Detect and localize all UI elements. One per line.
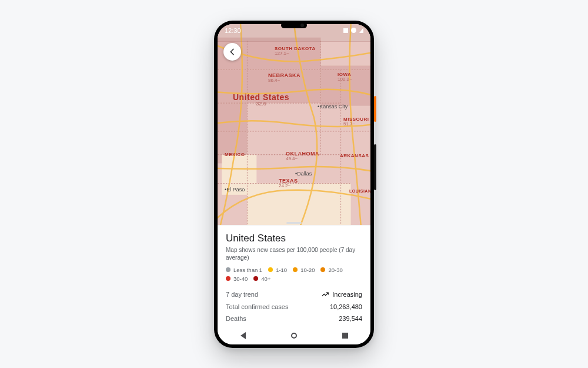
legend-label: Less than 1 [233,267,262,273]
stats-list: 7 day trendIncreasingTotal confirmed cas… [226,288,362,324]
map-city-label: •Dallas [295,171,312,177]
legend-item: 40+ [253,276,270,282]
map-state-label: NEBRASKA86.4~ [268,73,300,83]
legend-label: 1-10 [276,267,287,273]
map-state-label: ARKANSAS [340,154,369,158]
legend-item: 1-10 [268,267,287,273]
map-state-label: OKLAHOMA49.4~ [286,151,319,161]
legend-item: 10-20 [293,267,315,273]
map-state-label: IOWA102.2~ [338,72,352,82]
trending-up-icon [321,290,329,299]
screen: 12:30 [218,24,370,344]
legend-dot [226,276,230,281]
nav-back-button[interactable] [240,332,246,339]
legend-dot [253,276,258,281]
legend-label: 40+ [261,276,270,282]
legend-item: Less than 1 [226,267,262,273]
legend-dot [268,267,273,272]
back-button[interactable] [223,43,241,61]
signal-icon [359,28,363,33]
legend-label: 20-30 [328,267,342,273]
sheet-drag-handle[interactable] [286,222,302,224]
legend-item: 30-40 [226,276,248,282]
stat-key: Total confirmed cases [226,303,288,310]
phone-frame: 12:30 [214,21,374,348]
map-city-label: •Kansas City [318,104,348,110]
stat-row: 7 day trendIncreasing [226,288,362,301]
status-icon-1 [343,28,348,33]
sheet-description: Map shows new cases per 100,000 people (… [226,246,362,262]
stat-key: 7 day trend [226,291,258,298]
case-rate-legend: Less than 11-1010-2020-3030-4040+ [226,267,362,282]
status-icon-2 [351,28,356,33]
stat-row: Total confirmed cases10,263,480 [226,301,362,313]
stat-row: Deaths239,544 [226,313,362,324]
nav-home-button[interactable] [291,333,297,339]
sheet-title: United States [226,233,362,244]
info-sheet[interactable]: United States Map shows new cases per 10… [218,225,370,327]
map-state-label: TEXAS24.2~ [279,178,298,188]
android-nav-bar [218,327,370,344]
map-state-label: SOUTH DAKOTA127.1~ [275,47,316,56]
map-city-label: •El Paso [225,187,245,193]
map-canvas[interactable]: United States 32.6 SOUTH DAKOTA127.1~NEB… [218,24,370,225]
map-country-label: United States 32.6 [233,93,289,107]
status-time: 12:30 [225,27,241,34]
legend-dot [320,267,325,272]
stat-value: 10,263,480 [330,303,362,310]
map-state-label: LOUISIAN [349,189,370,193]
map-state-label: MISSOURI51.7~ [343,117,369,127]
legend-label: 30-40 [233,276,248,282]
arrow-left-icon [228,47,237,57]
stat-value: 239,544 [339,315,362,322]
legend-dot [226,267,230,272]
legend-dot [293,267,298,272]
nav-recent-button[interactable] [342,333,348,339]
legend-label: 10-20 [300,267,315,273]
stat-key: Deaths [226,315,246,322]
trend-value: Increasing [321,290,362,299]
phone-notch [281,22,307,28]
status-icons [343,28,363,33]
map-state-label: MEXICO [225,152,245,157]
legend-item: 20-30 [320,267,342,273]
